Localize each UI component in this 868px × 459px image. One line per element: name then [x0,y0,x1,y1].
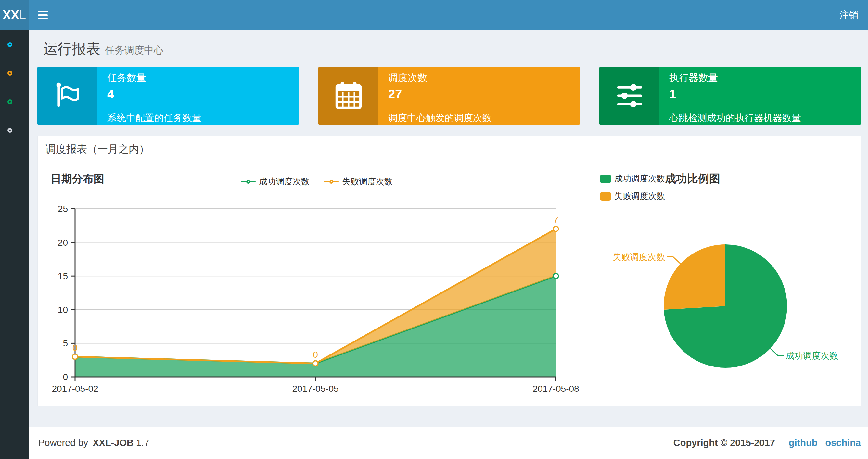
copyright: Copyright © 2015-2017 [674,437,775,448]
stat-box-jobs: 任务数量 4 系统中配置的任务数量 [37,67,299,125]
divider [388,106,580,106]
top-navbar: XXL 注销 [0,0,868,30]
body-wrapper: 运行报表任务调度中心 任务数量 [0,30,868,459]
y-tick-label: 5 [63,338,68,348]
content-header: 运行报表任务调度中心 [29,30,868,67]
swatch-icon [600,192,611,201]
flag-icon [53,81,83,111]
circle-outline-icon [7,71,12,76]
stat-description: 调度中心触发的调度次数 [388,112,580,125]
circle-outline-icon [7,42,12,47]
version: 1.7 [136,437,149,448]
hamburger-icon [38,11,48,12]
y-tick-label: 25 [58,204,68,214]
y-tick-label: 20 [58,238,68,248]
stat-box-executors: 执行器数量 1 心跳检测成功的执行器机器数量 [599,67,861,125]
stat-value: 1 [669,87,861,101]
app-root: XXL 注销 运行报表任务调度中心 [0,0,868,459]
divider [107,106,299,106]
content: 任务数量 4 系统中配置的任务数量 [29,67,868,406]
github-link[interactable]: github [789,437,818,448]
line-chart-title: 日期分布图 [51,172,104,186]
stat-label: 任务数量 [107,71,299,85]
swatch-icon [600,175,611,183]
y-tick-label: 15 [58,271,68,281]
point-value-label: 0 [313,350,318,360]
calendar-icon [334,81,364,111]
y-tick-label: 0 [63,372,68,382]
footer-right: Copyright © 2015-2017 github oschina [674,437,861,448]
circle-outline-icon [7,99,12,104]
sidebar-item-logs[interactable] [0,87,29,116]
line-chart-canvas: 05101520252017-05-022017-05-052017-05-08… [38,182,581,399]
stat-label: 执行器数量 [669,71,861,85]
divider [669,106,861,106]
stat-value: 27 [388,87,580,101]
data-point [72,354,78,359]
point-value-label: 0 [72,343,78,353]
stat-description: 心跳检测成功的执行器机器数量 [669,112,861,125]
sidebar-item-executors[interactable] [0,116,29,144]
pie-chart-title: 成功比例图 [665,171,720,186]
pie-chart-legend: 成功调度次数 失败调度次数 [600,173,665,208]
report-panel: 调度报表（一月之内） 日期分布图 成功调度次数 [37,136,861,406]
success-ratio-chart: 成功调度次数 失败调度次数 成功比例图 成功调度次数失败调度次数 [581,162,860,399]
line-marker-icon [241,181,256,183]
date-distribution-chart: 日期分布图 成功调度次数 失败调度次数 [38,162,581,399]
sidebar-item-report[interactable] [0,30,29,59]
page-subtitle: 任务调度中心 [105,45,163,56]
pie-label-line [667,257,681,264]
page-title: 运行报表任务调度中心 [43,40,861,59]
data-point [313,361,318,366]
y-tick-label: 10 [58,305,68,315]
logout-button[interactable]: 注销 [830,0,868,30]
sidebar [0,30,29,459]
sidebar-toggle-button[interactable] [29,0,57,30]
point-value-label: 7 [553,215,558,225]
stat-label: 调度次数 [388,71,580,85]
data-point [553,273,558,278]
pie-slice [664,244,725,310]
x-tick-label: 2017-05-08 [532,384,579,394]
sidebar-item-jobs[interactable] [0,59,29,87]
line-chart-legend: 成功调度次数 失败调度次数 [241,176,393,187]
legend-item-success[interactable]: 成功调度次数 [241,176,310,187]
powered-by: Powered by XXL-JOB 1.7 [38,437,151,448]
x-tick-label: 2017-05-05 [292,384,339,394]
stat-box-triggers: 调度次数 27 调度中心触发的调度次数 [318,67,580,125]
pie-label-line [770,348,783,356]
stat-description: 系统中配置的任务数量 [107,112,299,125]
legend-item-success[interactable]: 成功调度次数 [600,173,665,185]
pie-chart-canvas: 成功调度次数失败调度次数 [581,201,860,399]
pie-slice-label: 失败调度次数 [613,252,665,262]
main-area: 运行报表任务调度中心 任务数量 [29,30,868,459]
stat-value: 4 [107,87,299,101]
charts-row: 日期分布图 成功调度次数 失败调度次数 [38,162,861,399]
pie-slice-label: 成功调度次数 [785,351,838,361]
legend-item-fail[interactable]: 失败调度次数 [324,176,393,187]
brand-name: XXL-JOB [93,437,133,448]
logo-text-light: L [19,8,26,22]
oschina-link[interactable]: oschina [825,437,861,448]
line-marker-icon [324,181,339,183]
panel-title: 调度报表（一月之内） [38,136,861,162]
x-tick-label: 2017-05-02 [52,384,98,394]
stat-box-row: 任务数量 4 系统中配置的任务数量 [37,67,861,125]
circle-outline-icon [7,128,12,133]
data-point [553,226,558,231]
sliders-icon [615,81,645,111]
footer: Powered by XXL-JOB 1.7 Copyright © 2015-… [29,427,868,459]
logo-text-bold: XX [3,8,19,22]
app-logo[interactable]: XXL [0,0,29,30]
legend-item-fail[interactable]: 失败调度次数 [600,191,665,202]
